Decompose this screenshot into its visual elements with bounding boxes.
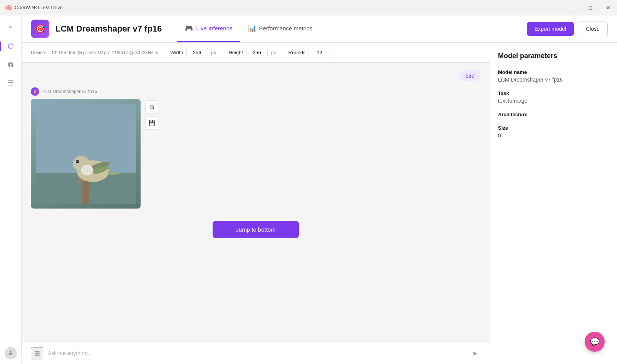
performance-icon: 📊 xyxy=(248,24,256,32)
titlebar: 🧠 OpenVINO Test Drive ─ □ ✕ xyxy=(0,0,617,15)
inference-container: Device: 11th Gen Intel(R) Core(TM) i7-11… xyxy=(22,43,617,364)
right-panel: Model parameters Model name LCM Dreamsha… xyxy=(490,43,617,364)
sidebar-bottom: A xyxy=(5,347,17,359)
param-model-name-label: Model name xyxy=(498,69,609,75)
live-inference-icon: 🎮 xyxy=(185,24,193,32)
jump-to-bottom-button[interactable]: Jump to bottom xyxy=(213,221,298,238)
device-selector[interactable]: Device: 11th Gen Intel(R) Core(TM) i7-11… xyxy=(31,50,158,55)
message-content: ⧉ 💾 xyxy=(31,99,481,209)
tab-performance-metrics[interactable]: 📊 Performance metrics xyxy=(240,15,320,42)
model-logo: 🎯 xyxy=(31,20,49,38)
param-size-value: 0 xyxy=(498,132,609,139)
height-unit: px xyxy=(271,50,276,55)
param-architecture-label: Architecture xyxy=(498,112,609,117)
model-title: LCM Dreamshaper v7 fp16 xyxy=(55,24,162,34)
app-icon: 🧠 xyxy=(5,4,12,11)
header-actions: Export model Close xyxy=(527,22,608,36)
message-actions: ⧉ 💾 xyxy=(145,99,158,130)
maximize-button[interactable]: □ xyxy=(582,0,599,15)
save-icon: 💾 xyxy=(148,120,156,127)
app-title: OpenVINO Test Drive xyxy=(15,5,63,10)
param-architecture: Architecture xyxy=(498,112,609,117)
copy-button[interactable]: ⧉ xyxy=(145,100,158,114)
param-task-value: textToImage xyxy=(498,98,609,104)
send-icon: ➤ xyxy=(472,350,477,357)
home-icon: ⌂ xyxy=(8,24,13,32)
fab-icon: 💬 xyxy=(590,337,600,346)
width-input[interactable] xyxy=(186,48,208,57)
rounds-label: Rounds xyxy=(288,50,306,55)
active-indicator xyxy=(0,42,1,51)
network-icon: ⬡ xyxy=(8,42,14,50)
bird-svg xyxy=(36,104,136,204)
prompt-row: bird xyxy=(31,70,481,81)
window-close-button[interactable]: ✕ xyxy=(599,0,617,15)
layers-icon: ⧉ xyxy=(8,61,13,69)
chevron-down-icon: ▾ xyxy=(156,50,158,55)
generated-image xyxy=(31,99,141,209)
attach-button[interactable]: ⊞ xyxy=(31,347,43,359)
tab-performance-label: Performance metrics xyxy=(259,25,312,32)
param-size-label: Size xyxy=(498,125,609,131)
user-avatar[interactable]: A xyxy=(5,347,17,359)
minimize-button[interactable]: ─ xyxy=(564,0,582,15)
height-input[interactable] xyxy=(246,48,268,57)
attach-icon: ⊞ xyxy=(34,349,40,357)
sender-logo-icon: 🎯 xyxy=(33,90,37,94)
device-bar: Device: 11th Gen Intel(R) Core(TM) i7-11… xyxy=(22,43,490,63)
window-controls: ─ □ ✕ xyxy=(564,0,617,15)
input-area: ⊞ ➤ xyxy=(22,342,490,364)
model-header: 🎯 LCM Dreamshaper v7 fp16 🎮 Live Inferen… xyxy=(22,15,617,43)
width-label: Width xyxy=(170,50,183,55)
message-sender: 🎯 LCM Dreamshaper v7 fp16 xyxy=(31,87,481,96)
sidebar-item-library[interactable]: ☰ xyxy=(3,75,18,91)
param-model-name: Model name LCM Dreamshaper v7 fp16 xyxy=(498,69,609,83)
device-name: 11th Gen Intel(R) Core(TM) i7-1185G7 @ 3… xyxy=(49,50,153,55)
rounds-param: Rounds xyxy=(288,48,330,57)
param-task: Task textToImage xyxy=(498,90,609,104)
model-logo-icon: 🎯 xyxy=(35,24,45,34)
chat-input[interactable] xyxy=(48,350,464,356)
save-button[interactable]: 💾 xyxy=(145,117,158,130)
panel-title: Model parameters xyxy=(498,52,609,60)
tab-live-inference-label: Live Inference xyxy=(196,25,232,32)
copy-icon: ⧉ xyxy=(150,104,154,110)
param-size: Size 0 xyxy=(498,125,609,139)
bird-image xyxy=(31,99,141,209)
sidebar-item-network[interactable]: ⬡ xyxy=(3,38,18,54)
height-param: Height px xyxy=(228,48,276,57)
param-model-name-value: LCM Dreamshaper v7 fp16 xyxy=(498,77,609,83)
close-model-button[interactable]: Close xyxy=(578,22,608,36)
sidebar-item-home[interactable]: ⌂ xyxy=(3,20,18,35)
prompt-tag: bird xyxy=(459,70,481,81)
library-icon: ☰ xyxy=(8,79,14,87)
tab-live-inference[interactable]: 🎮 Live Inference xyxy=(177,15,240,42)
sidebar: ⌂ ⬡ ⧉ ☰ A xyxy=(0,15,22,364)
tabs: 🎮 Live Inference 📊 Performance metrics xyxy=(177,15,320,42)
fab-button[interactable]: 💬 xyxy=(585,332,605,352)
message-block: 🎯 LCM Dreamshaper v7 fp16 xyxy=(31,87,481,209)
app-layout: ⌂ ⬡ ⧉ ☰ A 🎯 LCM Dreamshaper v7 fp16 xyxy=(0,15,617,364)
sidebar-item-layers[interactable]: ⧉ xyxy=(3,57,18,72)
content-area: 🎯 LCM Dreamshaper v7 fp16 🎮 Live Inferen… xyxy=(22,15,617,364)
sender-logo: 🎯 xyxy=(31,87,39,96)
device-label: Device: xyxy=(31,50,46,55)
width-unit: px xyxy=(211,50,216,55)
sender-name: LCM Dreamshaper v7 fp16 xyxy=(42,89,97,94)
rounds-input[interactable] xyxy=(308,48,330,57)
param-task-label: Task xyxy=(498,90,609,96)
inference-main: Device: 11th Gen Intel(R) Core(TM) i7-11… xyxy=(22,43,490,364)
chat-area[interactable]: bird 🎯 LCM Dreamshaper v7 fp16 xyxy=(22,63,490,342)
svg-rect-12 xyxy=(36,104,136,204)
send-button[interactable]: ➤ xyxy=(468,347,481,359)
export-model-button[interactable]: Export model xyxy=(527,22,574,36)
jump-btn-container: Jump to bottom xyxy=(31,215,481,244)
width-param: Width px xyxy=(170,48,216,57)
height-label: Height xyxy=(228,50,243,55)
